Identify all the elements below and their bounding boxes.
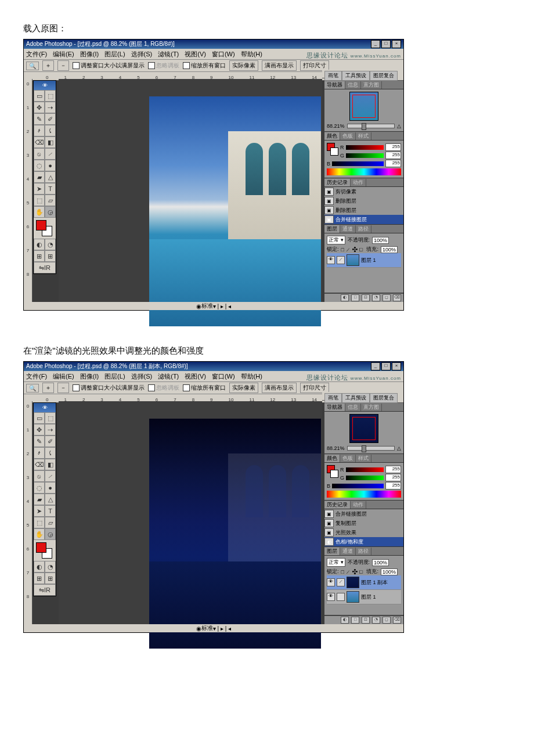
menu-select[interactable]: 选择(S) [131,372,153,381]
styles-tab[interactable]: 样式 [356,132,371,140]
blend-mode-select[interactable]: 正常 ▾ [327,558,345,567]
nav-zoom-slider[interactable] [347,446,395,451]
color-swatches[interactable] [34,540,56,561]
history-item[interactable]: ◐色相/饱和度 [324,537,403,546]
tool-zoom[interactable]: ◶ [45,206,56,218]
tool-move[interactable]: ⬚ [45,412,56,424]
tool-type[interactable]: △ [45,171,56,183]
nav-thumbnail[interactable] [349,92,378,121]
tool-hand[interactable]: ✋ [34,528,45,540]
b-value[interactable]: 255 [385,482,401,489]
mode-standard[interactable]: ◐ [34,239,45,250]
info-tab[interactable]: 信息 [345,81,361,89]
tool-type[interactable]: △ [45,494,56,505]
mode-standard[interactable]: ◐ [34,561,45,573]
adjust-button[interactable]: ◔ [372,617,380,624]
dock-tab-presets[interactable]: 工具预设 [342,393,370,403]
tool-slice[interactable]: ✐ [45,435,56,447]
tool-eraser[interactable]: ⍉ [34,470,45,482]
color-tab[interactable]: 颜色 [324,132,340,140]
mask-button[interactable]: □ [351,617,359,624]
tool-brush[interactable]: ⤹ [45,125,56,136]
actions-tab[interactable]: 动作 [351,179,366,186]
close-button[interactable]: × [392,40,401,48]
new-button[interactable]: ◻ [383,294,391,301]
menu-window[interactable]: 窗口(W) [212,50,235,59]
close-button[interactable]: × [392,362,401,370]
spectrum-bar[interactable] [327,491,401,498]
tool-stamp[interactable]: ⌫ [34,136,45,148]
tool-path[interactable]: ▰ [34,171,45,183]
minimize-button[interactable]: _ [371,362,380,370]
menu-layer[interactable]: 图层(L) [104,372,125,381]
history-tab[interactable]: 历史记录 [324,179,351,186]
nav-thumbnail[interactable] [349,414,378,443]
screen-mode-1[interactable]: ⊞ [34,250,45,262]
opacity-input[interactable]: 100% [372,559,389,566]
tool-eyedrop[interactable]: ▱ [45,195,56,206]
menu-file[interactable]: 文件(F) [26,372,47,381]
canvas-area[interactable] [59,401,322,624]
layers-tab[interactable]: 图层 [324,548,340,555]
tool-wand[interactable]: ⇢ [45,424,56,435]
bg-swatch[interactable] [330,147,338,156]
tool-notes[interactable]: ⬚ [34,195,45,206]
new-button[interactable]: ◻ [383,617,391,624]
tool-slice[interactable]: ✐ [45,113,56,125]
tool-notes[interactable]: ⬚ [34,517,45,528]
blend-mode-select[interactable]: 正常 ▾ [327,236,345,244]
mask-button[interactable]: □ [351,294,359,301]
mode-quickmask[interactable]: ◔ [45,561,56,573]
canvas-area[interactable] [59,79,322,302]
visibility-icon[interactable]: 👁 [327,256,335,264]
menu-window[interactable]: 窗口(W) [212,372,235,381]
maximize-button[interactable]: □ [381,362,391,370]
tool-dodge[interactable]: ● [45,482,56,494]
history-item[interactable]: ▣删除图层 [324,196,403,206]
channels-tab[interactable]: 通道 [340,225,356,233]
info-tab[interactable]: 信息 [345,404,361,411]
tool-marquee[interactable]: ▭ [34,90,45,102]
menu-layer[interactable]: 图层(L) [104,50,125,59]
menu-view[interactable]: 视图(V) [185,50,206,59]
lock-icons[interactable]: □ ⟋ ✢ ⬚ [341,569,365,575]
resize-window-checkbox[interactable]: 调整窗口大小以满屏显示 [73,62,145,70]
tool-lasso[interactable]: ✥ [34,424,45,435]
tool-zoom[interactable]: ◶ [45,528,56,540]
b-value[interactable]: 255 [385,160,401,167]
jump-to-ir[interactable]: ⇋IR [34,584,56,596]
swatch-tab[interactable]: 色板 [340,132,356,140]
tool-eraser[interactable]: ⍉ [34,148,45,160]
nav-zoom-in-icon[interactable]: △ [397,445,401,451]
link-icon[interactable]: ⟋ [337,578,345,586]
menu-edit[interactable]: 编辑(E) [53,50,74,59]
set-button[interactable]: ⊡ [362,617,370,624]
tool-pen[interactable]: ➤ [34,505,45,517]
fit-screen-button[interactable]: 满画布显示 [262,60,297,71]
zoom-tool-icon[interactable]: 🔍 [26,62,39,70]
zoom-tool-icon[interactable]: 🔍 [26,384,39,393]
tool-marquee[interactable]: ▭ [34,412,45,424]
menu-help[interactable]: 帮助(H) [241,372,262,381]
g-value[interactable]: 255 [385,152,401,159]
dock-tab-comps[interactable]: 图层复合 [370,71,398,81]
tool-history-brush[interactable]: ◧ [45,136,56,148]
tool-eyedrop[interactable]: ▱ [45,517,56,528]
paths-tab[interactable]: 路径 [356,548,371,555]
g-slider[interactable] [346,476,384,480]
tool-gradient[interactable]: ⟋ [45,470,56,482]
mode-quickmask[interactable]: ◔ [45,239,56,250]
tool-crop[interactable]: ✎ [34,435,45,447]
fit-screen-button[interactable]: 满画布显示 [262,383,297,393]
tool-lasso[interactable]: ✥ [34,102,45,113]
fill-input[interactable]: 100% [381,246,398,253]
visibility-icon[interactable]: 👁 [327,578,335,586]
paths-tab[interactable]: 路径 [356,225,371,233]
menu-filter[interactable]: 滤镜(T) [158,372,179,381]
r-slider[interactable] [346,467,384,472]
bg-swatch[interactable] [330,470,338,478]
fill-input[interactable]: 100% [381,568,398,575]
nav-tab[interactable]: 导航器 [324,81,345,89]
menu-help[interactable]: 帮助(H) [241,50,262,59]
tool-gradient[interactable]: ⟋ [45,148,56,160]
